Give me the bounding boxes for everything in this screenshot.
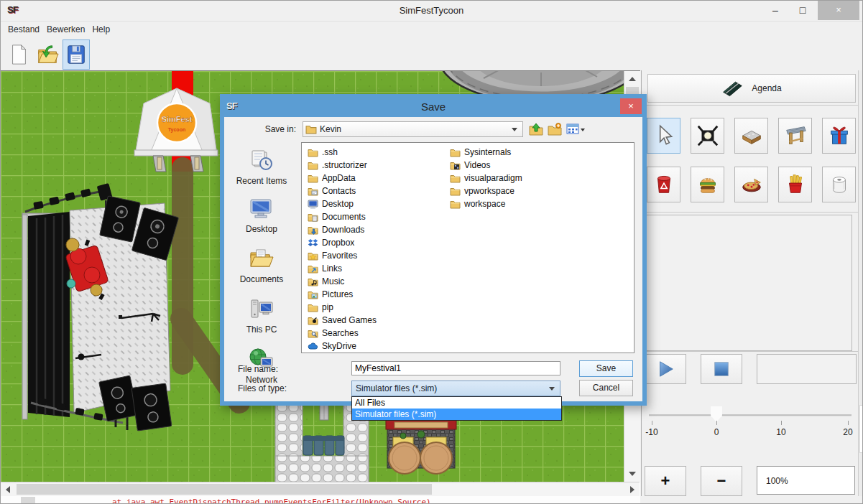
- fries-icon: [783, 171, 808, 199]
- title-bar: SF SimFestTycoon – □ ×: [1, 1, 862, 21]
- folder-game-icon: [308, 316, 322, 325]
- place-label: Recent Items: [228, 176, 295, 186]
- canvas-horizontal-scrollbar[interactable]: [1, 482, 640, 497]
- file-name-input[interactable]: [351, 361, 560, 375]
- dialog-save-button[interactable]: Save: [579, 360, 633, 377]
- files-of-type-label: Files of type:: [238, 383, 287, 393]
- file-list-item[interactable]: Saved Games: [308, 314, 377, 327]
- tool-pizza[interactable]: [734, 167, 768, 202]
- file-list-item[interactable]: Pictures: [308, 288, 377, 301]
- place-desktop[interactable]: Desktop: [228, 196, 295, 234]
- console-scrollbar[interactable]: [21, 497, 35, 504]
- file-list-item[interactable]: Contacts: [308, 185, 377, 197]
- dropdown-option[interactable]: Simulator files (*.sim): [352, 409, 561, 420]
- up-one-level-button[interactable]: [529, 123, 545, 136]
- file-item-label: workspace: [464, 199, 505, 209]
- toilet-roll-icon: [827, 171, 852, 199]
- tool-floor-tile[interactable]: [734, 118, 768, 154]
- place-documents[interactable]: Documents: [228, 246, 295, 284]
- file-item-label: AppData: [322, 173, 356, 183]
- play-button[interactable]: [645, 354, 686, 384]
- file-list-item[interactable]: AppData: [308, 172, 377, 185]
- panel-scrollbar[interactable]: [858, 70, 863, 496]
- stop-button[interactable]: [701, 354, 742, 384]
- tool-gift[interactable]: [822, 118, 856, 154]
- folder-icon: [305, 124, 317, 134]
- file-list-item[interactable]: Searches: [308, 327, 377, 340]
- agenda-button[interactable]: Agenda: [647, 74, 856, 103]
- file-list-item[interactable]: SkyDrive: [308, 340, 377, 353]
- file-list-item[interactable]: visualparadigm: [450, 172, 522, 185]
- save-in-combobox[interactable]: Kevin: [303, 121, 523, 137]
- file-item-label: Documents: [322, 212, 366, 222]
- scroll-down-icon[interactable]: [629, 472, 636, 476]
- scroll-left-icon[interactable]: [6, 486, 10, 493]
- zoom-level-field[interactable]: 100%: [757, 466, 855, 495]
- tent-logo-text: SimFest: [162, 115, 193, 123]
- new-folder-button[interactable]: [548, 123, 563, 136]
- horizontal-scroll-thumb[interactable]: [17, 484, 432, 495]
- maximize-button[interactable]: □: [792, 1, 813, 20]
- wooden-gate-icon: [783, 122, 808, 150]
- file-list-item[interactable]: Dropbox: [308, 236, 377, 249]
- cloud-icon: [308, 342, 322, 351]
- file-list-item[interactable]: Desktop: [308, 197, 377, 210]
- minus-icon: −: [717, 472, 726, 490]
- menu-item-bestand[interactable]: Bestand: [8, 24, 40, 34]
- place-recent-items[interactable]: Recent Items: [228, 148, 295, 186]
- zoom-in-button[interactable]: +: [645, 466, 686, 496]
- file-list-item[interactable]: vpworkspace: [450, 185, 522, 197]
- play-icon: [656, 360, 675, 378]
- food-stand[interactable]: [386, 420, 456, 474]
- scroll-up-icon[interactable]: [629, 77, 636, 81]
- view-menu-button[interactable]: [566, 123, 586, 136]
- open-file-button[interactable]: [34, 39, 61, 70]
- minimize-button[interactable]: –: [765, 1, 786, 20]
- tool-trash-bin[interactable]: [647, 167, 680, 202]
- file-list-item[interactable]: Favorites: [308, 249, 377, 262]
- file-list-item[interactable]: pip: [308, 301, 377, 314]
- tool-toilet-roll[interactable]: [822, 167, 856, 202]
- folder-pic-icon: [308, 290, 322, 299]
- file-list-item[interactable]: Music: [308, 275, 377, 288]
- place-this-pc[interactable]: This PC: [228, 297, 295, 335]
- file-list-item[interactable]: Documents: [308, 210, 377, 223]
- tool-spotlight[interactable]: [691, 118, 724, 154]
- file-list-item[interactable]: workspace: [450, 197, 522, 210]
- zoom-out-button[interactable]: −: [701, 466, 742, 496]
- window-title: SimFestTycoon: [1, 5, 862, 16]
- menu-item-help[interactable]: Help: [92, 24, 110, 34]
- file-list-item[interactable]: .ssh: [308, 146, 377, 159]
- burger-icon: [696, 171, 720, 199]
- files-of-type-combobox[interactable]: Simulator files (*.sim): [351, 381, 560, 396]
- file-list-item[interactable]: .structorizer: [308, 159, 377, 172]
- tool-burger[interactable]: [691, 167, 724, 202]
- speed-slider-track[interactable]: [649, 414, 852, 417]
- tool-fries[interactable]: [778, 167, 812, 202]
- tool-cursor[interactable]: [647, 118, 680, 154]
- dropdown-option[interactable]: All Files: [352, 397, 561, 409]
- dialog-titlebar[interactable]: SF Save ×: [223, 98, 643, 117]
- dialog-close-button[interactable]: ×: [620, 98, 642, 114]
- tool-wooden-gate[interactable]: [778, 118, 812, 154]
- file-list-item[interactable]: Sysinternals: [450, 146, 522, 159]
- new-folder-icon: [548, 123, 562, 136]
- floor-tile-icon: [739, 122, 764, 150]
- file-list[interactable]: .ssh.structorizerAppDataContactsDesktopD…: [301, 142, 634, 353]
- cursor-icon: [652, 122, 676, 150]
- new-file-button[interactable]: [5, 39, 32, 70]
- file-list-item[interactable]: Links: [308, 262, 377, 275]
- dialog-cancel-button[interactable]: Cancel: [579, 380, 633, 396]
- file-list-item[interactable]: Videos: [450, 159, 522, 172]
- menu-item-bewerken[interactable]: Bewerken: [47, 24, 85, 34]
- save-file-button[interactable]: [63, 39, 90, 70]
- agenda-label: Agenda: [752, 83, 781, 93]
- main-stage[interactable]: [22, 183, 179, 431]
- panel-scroll-thumb[interactable]: [859, 405, 863, 453]
- scroll-right-icon[interactable]: [630, 486, 634, 493]
- close-button[interactable]: ×: [818, 1, 859, 20]
- speed-slider-thumb[interactable]: [711, 406, 722, 422]
- file-item-label: Dropbox: [322, 238, 354, 248]
- file-list-item[interactable]: Downloads: [308, 223, 377, 236]
- folder-doc-icon: [308, 213, 322, 222]
